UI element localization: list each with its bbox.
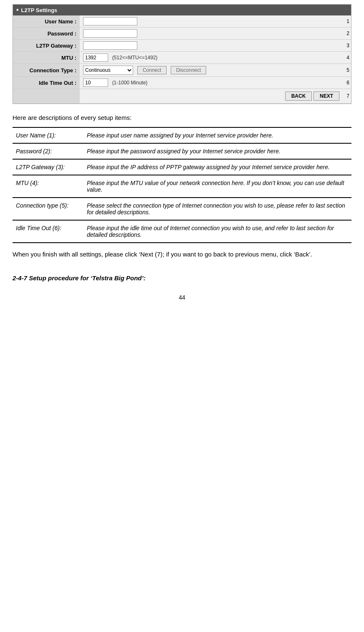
idle-timeout-hint: (1-1000 Minute) xyxy=(112,80,148,86)
term-gateway: L2TP Gateway (3): xyxy=(13,159,83,175)
password-input[interactable] xyxy=(83,29,137,38)
username-input-cell xyxy=(80,15,343,28)
idle-timeout-input[interactable] xyxy=(83,79,108,87)
table-row: Idle Time Out : (1-1000 Minute) 6 xyxy=(13,77,351,89)
nav-buttons-cell: BACK NEXT xyxy=(80,89,343,104)
idle-timeout-cell: (1-1000 Minute) xyxy=(80,77,343,89)
username-input[interactable] xyxy=(83,17,137,25)
desc-row-gateway: L2TP Gateway (3): Please input the IP ad… xyxy=(13,159,351,175)
def-gateway: Please input the IP address of PPTP gate… xyxy=(83,159,351,175)
row-number-5: 5 xyxy=(343,64,351,77)
mtu-hint: (512<=MTU<=1492) xyxy=(112,55,158,61)
mtu-label: MTU : xyxy=(13,52,80,64)
term-username: User Name (1): xyxy=(13,127,83,143)
desc-row-mtu: MTU (4): Please input the MTU value of y… xyxy=(13,175,351,198)
nav-label-empty xyxy=(13,89,80,104)
desc-row-username: User Name (1): Please input user name as… xyxy=(13,127,351,143)
back-button[interactable]: BACK xyxy=(285,91,312,101)
term-password: Password (2): xyxy=(13,143,83,159)
connection-type-cell: Continuous Connect on Demand Manual Conn… xyxy=(80,64,343,77)
desc-intro: Here are descriptions of every setup ite… xyxy=(13,114,351,121)
mtu-input-cell: (512<=MTU<=1492) xyxy=(80,52,343,64)
row-number-4: 4 xyxy=(343,52,351,64)
def-username: Please input user name assigned by your … xyxy=(83,127,351,143)
password-input-cell xyxy=(80,28,343,40)
def-idletimeout: Please input the idle time out of Intern… xyxy=(83,220,351,243)
row-number-6: 6 xyxy=(343,77,351,89)
table-row: Password : 2 xyxy=(13,28,351,40)
connection-type-select[interactable]: Continuous Connect on Demand Manual xyxy=(83,66,133,75)
settings-form-table: User Name : 1 Password : 2 L2TP Gateway … xyxy=(13,15,351,104)
l2tp-settings-panel: L2TP Settings User Name : 1 Password : 2… xyxy=(13,4,351,104)
idle-timeout-label: Idle Time Out : xyxy=(13,77,80,89)
def-password: Please input the password assigned by yo… xyxy=(83,143,351,159)
row-number-2: 2 xyxy=(343,28,351,40)
desc-row-idletimeout: Idle Time Out (6): Please input the idle… xyxy=(13,220,351,243)
table-row: Connection Type : Continuous Connect on … xyxy=(13,64,351,77)
password-label: Password : xyxy=(13,28,80,40)
gateway-label: L2TP Gateway : xyxy=(13,40,80,52)
gateway-input[interactable] xyxy=(83,41,137,50)
term-mtu: MTU (4): xyxy=(13,175,83,198)
username-label: User Name : xyxy=(13,15,80,28)
connect-button[interactable]: Connect xyxy=(137,66,167,74)
next-button[interactable]: NEXT xyxy=(313,91,339,101)
mtu-input[interactable] xyxy=(83,53,108,62)
row-number-3: 3 xyxy=(343,40,351,52)
table-row: MTU : (512<=MTU<=1492) 4 xyxy=(13,52,351,64)
row-number-7: 7 xyxy=(343,89,351,104)
def-conntype: Please select the connection type of Int… xyxy=(83,198,351,220)
table-row: L2TP Gateway : 3 xyxy=(13,40,351,52)
panel-title: L2TP Settings xyxy=(13,5,351,15)
def-mtu: Please input the MTU value of your netwo… xyxy=(83,175,351,198)
desc-row-conntype: Connection type (5): Please select the c… xyxy=(13,198,351,220)
disconnect-button[interactable]: Disconnect xyxy=(171,66,206,74)
table-row: User Name : 1 xyxy=(13,15,351,28)
gateway-input-cell xyxy=(80,40,343,52)
nav-row: BACK NEXT 7 xyxy=(13,89,351,104)
desc-row-password: Password (2): Please input the password … xyxy=(13,143,351,159)
footer-note: When you finish with all settings, pleas… xyxy=(13,250,351,259)
connection-type-label: Connection Type : xyxy=(13,64,80,77)
section-heading: 2-4-7 Setup procedure for ‘Telstra Big P… xyxy=(13,274,351,282)
term-conntype: Connection type (5): xyxy=(13,198,83,220)
term-idletimeout: Idle Time Out (6): xyxy=(13,220,83,243)
page-number: 44 xyxy=(13,294,351,301)
desc-table: User Name (1): Please input user name as… xyxy=(13,127,351,243)
descriptions-section: Here are descriptions of every setup ite… xyxy=(13,114,351,243)
row-number-1: 1 xyxy=(343,15,351,28)
